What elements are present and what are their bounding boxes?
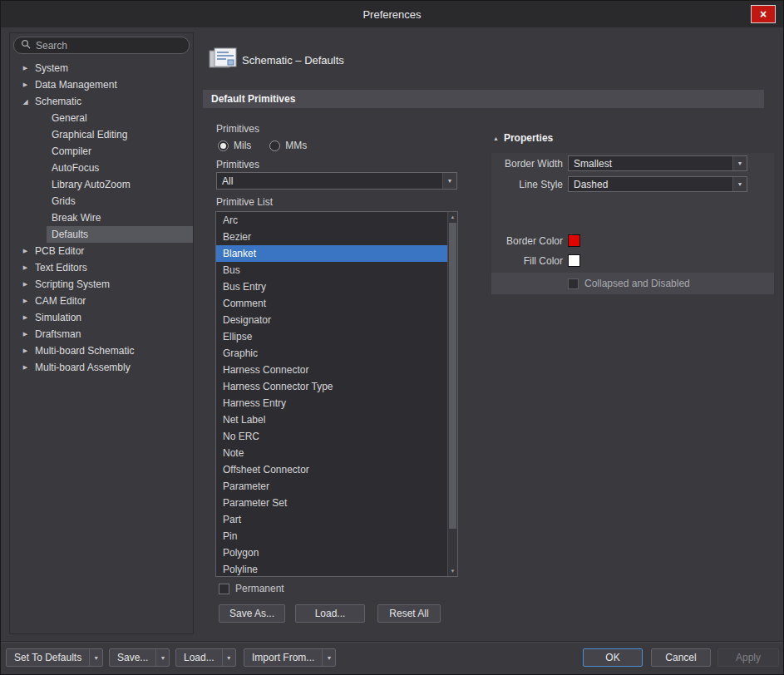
footer-save-button[interactable]: Save... ▼ — [109, 648, 170, 667]
primitive-list-item[interactable]: Harness Connector — [216, 362, 447, 378]
permanent-checkbox-row[interactable]: Permanent — [219, 583, 284, 594]
primitive-list-item[interactable]: Comment — [216, 295, 447, 312]
primitive-list-item[interactable]: Note — [216, 445, 447, 461]
sidebar-item-scripting-system[interactable]: ▶Scripting System — [10, 276, 193, 293]
ok-button[interactable]: OK — [583, 648, 643, 667]
tree-collapsed-icon[interactable]: ▶ — [22, 331, 29, 338]
chevron-down-icon[interactable]: ▼ — [89, 649, 102, 666]
sidebar-item-data-management[interactable]: ▶Data Management — [10, 76, 193, 93]
sidebar-item-autofocus[interactable]: AutoFocus — [47, 160, 193, 176]
primitive-list-item[interactable]: Bus Entry — [216, 278, 447, 295]
sidebar-item-label: PCB Editor — [35, 245, 84, 257]
footer-save-label[interactable]: Save... — [110, 649, 155, 666]
primitive-list-item[interactable]: Polyline — [216, 561, 447, 576]
sidebar-item-general[interactable]: General — [47, 110, 193, 126]
properties-panel: Border Width Smallest ▼ Line Style Dashe… — [491, 153, 774, 273]
tree-collapsed-icon[interactable]: ▶ — [22, 298, 29, 304]
sidebar-item-label: Schematic — [35, 96, 81, 107]
primitive-list-item[interactable]: Ellipse — [216, 328, 447, 345]
sidebar-item-compiler[interactable]: Compiler — [47, 143, 193, 160]
sidebar-item-graphical-editing[interactable]: Graphical Editing — [47, 126, 193, 143]
primitive-list-item[interactable]: No ERC — [216, 428, 447, 445]
primitive-list-item[interactable]: Offsheet Connector — [216, 461, 447, 478]
sidebar-item-multi-board-assembly[interactable]: ▶Multi-board Assembly — [10, 359, 193, 376]
scroll-up-icon[interactable]: ▲ — [448, 212, 457, 222]
chevron-down-icon[interactable]: ▼ — [732, 156, 747, 170]
import-from-label[interactable]: Import From... — [244, 649, 322, 666]
properties-section-header[interactable]: ▲ Properties — [493, 132, 553, 144]
primitive-list-item[interactable]: Part — [216, 511, 447, 528]
primitive-list-item[interactable]: Polygon — [216, 544, 447, 561]
line-style-row: Line Style Dashed ▼ — [491, 176, 774, 192]
primitive-list-item[interactable]: Harness Connector Type — [216, 378, 447, 395]
sidebar-item-defaults[interactable]: Defaults — [47, 226, 193, 243]
sidebar-item-break-wire[interactable]: Break Wire — [47, 209, 193, 226]
set-to-defaults-label[interactable]: Set To Defaults — [7, 649, 89, 666]
primitive-list-item[interactable]: Bezier — [216, 229, 447, 245]
tree-collapsed-icon[interactable]: ▶ — [22, 248, 29, 254]
section-header-default-primitives: Default Primitives — [203, 90, 764, 108]
set-to-defaults-button[interactable]: Set To Defaults ▼ — [6, 648, 103, 667]
chevron-down-icon[interactable]: ▼ — [155, 649, 169, 666]
tree-collapsed-icon[interactable]: ▶ — [22, 314, 29, 321]
scroll-down-icon[interactable]: ▼ — [448, 566, 457, 576]
fill-color-swatch[interactable] — [568, 254, 580, 267]
collapsed-disabled-checkbox[interactable] — [568, 278, 579, 289]
border-width-dropdown[interactable]: Smallest ▼ — [568, 155, 747, 171]
tree-collapsed-icon[interactable]: ▶ — [22, 364, 29, 371]
permanent-label: Permanent — [235, 583, 284, 594]
sidebar-item-pcb-editor[interactable]: ▶PCB Editor — [10, 243, 193, 259]
tree-collapsed-icon[interactable]: ▶ — [22, 65, 29, 71]
window-title: Preferences — [362, 8, 421, 21]
cancel-button[interactable]: Cancel — [651, 648, 711, 667]
tree-collapsed-icon[interactable]: ▶ — [22, 347, 29, 354]
sidebar-item-system[interactable]: ▶System — [10, 60, 193, 76]
sidebar-item-grids[interactable]: Grids — [47, 193, 193, 209]
sidebar-item-simulation[interactable]: ▶Simulation — [10, 309, 193, 326]
primitive-list-item[interactable]: Harness Entry — [216, 395, 447, 411]
primitive-list-item[interactable]: Pin — [216, 528, 447, 544]
primitives-filter-dropdown[interactable]: All ▼ — [216, 172, 457, 190]
sidebar-item-text-editors[interactable]: ▶Text Editors — [10, 259, 193, 276]
sidebar-item-multi-board-schematic[interactable]: ▶Multi-board Schematic — [10, 342, 193, 359]
close-button[interactable]: × — [751, 5, 776, 23]
sidebar-item-cam-editor[interactable]: ▶CAM Editor — [10, 293, 193, 309]
save-as-button[interactable]: Save As... — [219, 604, 285, 623]
chevron-down-icon[interactable]: ▼ — [732, 177, 747, 191]
search-input[interactable]: Search — [13, 37, 190, 54]
tree-expanded-icon[interactable]: ◢ — [22, 98, 29, 106]
sidebar-item-library-autozoom[interactable]: Library AutoZoom — [47, 176, 193, 193]
radio-mils[interactable]: Mils — [218, 140, 251, 151]
footer-load-button[interactable]: Load... ▼ — [175, 648, 236, 667]
permanent-checkbox[interactable] — [219, 584, 229, 594]
primitive-list-item[interactable]: Blanket — [216, 245, 447, 262]
radio-mms-circle[interactable] — [269, 140, 280, 151]
chevron-down-icon[interactable]: ▼ — [442, 173, 456, 189]
tree-collapsed-icon[interactable]: ▶ — [22, 281, 29, 288]
primitive-list-item[interactable]: Bus — [216, 262, 447, 278]
primitive-list-item[interactable]: Net Label — [216, 411, 447, 428]
primitive-list-item[interactable]: Parameter Set — [216, 495, 447, 511]
tree-collapsed-icon[interactable]: ▶ — [22, 264, 29, 271]
chevron-down-icon[interactable]: ▼ — [222, 649, 235, 666]
sidebar-item-draftsman[interactable]: ▶Draftsman — [10, 326, 193, 342]
primitive-list-item[interactable]: Designator — [216, 312, 447, 328]
footer-load-label[interactable]: Load... — [176, 649, 222, 666]
primitive-list-item[interactable]: Graphic — [216, 345, 447, 362]
collapse-triangle-icon[interactable]: ▲ — [493, 135, 499, 141]
radio-mils-circle[interactable] — [218, 140, 229, 151]
import-from-button[interactable]: Import From... ▼ — [244, 648, 336, 667]
sidebar-item-schematic[interactable]: ◢Schematic — [10, 93, 193, 110]
primitive-list-item[interactable]: Arc — [216, 212, 447, 229]
scrollbar-thumb[interactable] — [449, 223, 456, 529]
load-button[interactable]: Load... — [295, 604, 365, 623]
line-style-dropdown[interactable]: Dashed ▼ — [568, 176, 747, 192]
tree-collapsed-icon[interactable]: ▶ — [22, 81, 29, 88]
border-color-swatch[interactable] — [568, 234, 580, 247]
sidebar-item-label: Graphical Editing — [52, 129, 127, 140]
primitive-list-item[interactable]: Parameter — [216, 478, 447, 495]
chevron-down-icon[interactable]: ▼ — [322, 649, 335, 666]
radio-mms[interactable]: MMs — [269, 140, 307, 151]
reset-all-button[interactable]: Reset All — [377, 604, 441, 623]
list-scrollbar[interactable]: ▲ ▼ — [447, 212, 457, 576]
